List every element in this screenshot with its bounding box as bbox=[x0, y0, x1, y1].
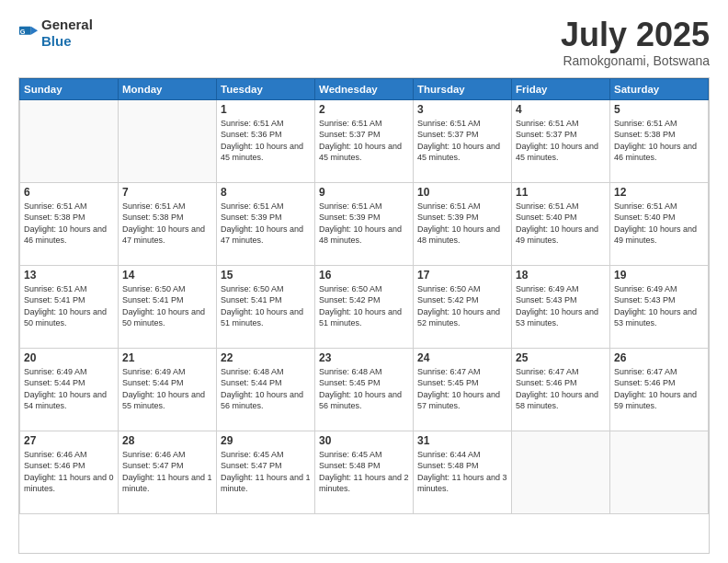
day-info: Sunrise: 6:51 AMSunset: 5:36 PMDaylight:… bbox=[221, 118, 311, 164]
table-row: 9Sunrise: 6:51 AMSunset: 5:39 PMDaylight… bbox=[315, 182, 414, 265]
col-monday: Monday bbox=[119, 78, 217, 99]
day-number: 20 bbox=[24, 351, 114, 364]
table-row: 12Sunrise: 6:51 AMSunset: 5:40 PMDayligh… bbox=[610, 182, 709, 265]
table-row: 10Sunrise: 6:51 AMSunset: 5:39 PMDayligh… bbox=[414, 182, 512, 265]
day-number: 10 bbox=[417, 186, 507, 199]
col-saturday: Saturday bbox=[610, 78, 709, 99]
table-row: 17Sunrise: 6:50 AMSunset: 5:42 PMDayligh… bbox=[414, 265, 512, 348]
logo-blue: Blue bbox=[41, 33, 72, 49]
table-row: 19Sunrise: 6:49 AMSunset: 5:43 PMDayligh… bbox=[610, 265, 709, 348]
day-info: Sunrise: 6:47 AMSunset: 5:46 PMDaylight:… bbox=[614, 366, 704, 412]
day-info: Sunrise: 6:47 AMSunset: 5:45 PMDaylight:… bbox=[417, 366, 507, 412]
table-row: 24Sunrise: 6:47 AMSunset: 5:45 PMDayligh… bbox=[414, 348, 512, 431]
svg-marker-1 bbox=[31, 27, 38, 35]
table-row: 3Sunrise: 6:51 AMSunset: 5:37 PMDaylight… bbox=[414, 99, 512, 182]
day-info: Sunrise: 6:49 AMSunset: 5:44 PMDaylight:… bbox=[24, 366, 114, 412]
day-info: Sunrise: 6:45 AMSunset: 5:48 PMDaylight:… bbox=[319, 449, 409, 495]
day-info: Sunrise: 6:47 AMSunset: 5:46 PMDaylight:… bbox=[516, 366, 606, 412]
day-info: Sunrise: 6:50 AMSunset: 5:42 PMDaylight:… bbox=[319, 283, 409, 329]
day-number: 19 bbox=[614, 269, 704, 282]
day-number: 14 bbox=[122, 269, 212, 282]
day-number: 17 bbox=[417, 269, 507, 282]
table-row: 23Sunrise: 6:48 AMSunset: 5:45 PMDayligh… bbox=[315, 348, 414, 431]
day-info: Sunrise: 6:49 AMSunset: 5:44 PMDaylight:… bbox=[122, 366, 212, 412]
day-number: 13 bbox=[24, 269, 114, 282]
day-info: Sunrise: 6:51 AMSunset: 5:39 PMDaylight:… bbox=[319, 201, 409, 247]
table-row bbox=[512, 431, 610, 513]
col-sunday: Sunday bbox=[20, 78, 119, 99]
table-row: 25Sunrise: 6:47 AMSunset: 5:46 PMDayligh… bbox=[512, 348, 610, 431]
table-row: 11Sunrise: 6:51 AMSunset: 5:40 PMDayligh… bbox=[512, 182, 610, 265]
logo: G General Blue bbox=[18, 17, 93, 50]
col-friday: Friday bbox=[512, 78, 610, 99]
day-number: 15 bbox=[221, 269, 311, 282]
day-number: 8 bbox=[221, 186, 311, 199]
day-info: Sunrise: 6:51 AMSunset: 5:37 PMDaylight:… bbox=[319, 118, 409, 164]
day-number: 21 bbox=[122, 351, 212, 364]
table-row: 15Sunrise: 6:50 AMSunset: 5:41 PMDayligh… bbox=[217, 265, 315, 348]
title-area: July 2025 Ramokgonami, Botswana bbox=[561, 17, 710, 68]
day-number: 3 bbox=[417, 103, 507, 116]
day-number: 9 bbox=[319, 186, 409, 199]
day-number: 31 bbox=[417, 434, 507, 447]
day-info: Sunrise: 6:51 AMSunset: 5:39 PMDaylight:… bbox=[417, 201, 507, 247]
day-number: 2 bbox=[319, 103, 409, 116]
table-row: 4Sunrise: 6:51 AMSunset: 5:37 PMDaylight… bbox=[512, 99, 610, 182]
table-row: 31Sunrise: 6:44 AMSunset: 5:48 PMDayligh… bbox=[414, 431, 512, 513]
table-row: 1Sunrise: 6:51 AMSunset: 5:36 PMDaylight… bbox=[217, 99, 315, 182]
svg-text:G: G bbox=[20, 28, 26, 36]
day-info: Sunrise: 6:48 AMSunset: 5:44 PMDaylight:… bbox=[221, 366, 311, 412]
day-info: Sunrise: 6:51 AMSunset: 5:40 PMDaylight:… bbox=[516, 201, 606, 247]
day-number: 23 bbox=[319, 351, 409, 364]
table-row: 18Sunrise: 6:49 AMSunset: 5:43 PMDayligh… bbox=[512, 265, 610, 348]
table-row: 5Sunrise: 6:51 AMSunset: 5:38 PMDaylight… bbox=[610, 99, 709, 182]
table-row: 7Sunrise: 6:51 AMSunset: 5:38 PMDaylight… bbox=[119, 182, 217, 265]
day-info: Sunrise: 6:49 AMSunset: 5:43 PMDaylight:… bbox=[614, 283, 704, 329]
day-number: 27 bbox=[24, 434, 114, 447]
day-number: 24 bbox=[417, 351, 507, 364]
day-info: Sunrise: 6:44 AMSunset: 5:48 PMDaylight:… bbox=[417, 449, 507, 495]
col-thursday: Thursday bbox=[414, 78, 512, 99]
day-number: 22 bbox=[221, 351, 311, 364]
day-info: Sunrise: 6:51 AMSunset: 5:38 PMDaylight:… bbox=[122, 201, 212, 247]
table-row: 8Sunrise: 6:51 AMSunset: 5:39 PMDaylight… bbox=[217, 182, 315, 265]
day-info: Sunrise: 6:51 AMSunset: 5:40 PMDaylight:… bbox=[614, 201, 704, 247]
month-title: July 2025 bbox=[561, 17, 710, 53]
page-header: G General Blue July 2025 Ramokgonami, Bo… bbox=[18, 17, 710, 68]
table-row: 22Sunrise: 6:48 AMSunset: 5:44 PMDayligh… bbox=[217, 348, 315, 431]
table-row: 2Sunrise: 6:51 AMSunset: 5:37 PMDaylight… bbox=[315, 99, 414, 182]
day-info: Sunrise: 6:51 AMSunset: 5:39 PMDaylight:… bbox=[221, 201, 311, 247]
day-info: Sunrise: 6:50 AMSunset: 5:41 PMDaylight:… bbox=[122, 283, 212, 329]
table-row: 21Sunrise: 6:49 AMSunset: 5:44 PMDayligh… bbox=[119, 348, 217, 431]
table-row: 27Sunrise: 6:46 AMSunset: 5:46 PMDayligh… bbox=[20, 431, 119, 513]
day-info: Sunrise: 6:50 AMSunset: 5:41 PMDaylight:… bbox=[221, 283, 311, 329]
table-row: 29Sunrise: 6:45 AMSunset: 5:47 PMDayligh… bbox=[217, 431, 315, 513]
day-info: Sunrise: 6:46 AMSunset: 5:46 PMDaylight:… bbox=[24, 449, 114, 495]
day-info: Sunrise: 6:51 AMSunset: 5:37 PMDaylight:… bbox=[516, 118, 606, 164]
day-info: Sunrise: 6:46 AMSunset: 5:47 PMDaylight:… bbox=[122, 449, 212, 495]
day-info: Sunrise: 6:51 AMSunset: 5:38 PMDaylight:… bbox=[614, 118, 704, 164]
table-row: 28Sunrise: 6:46 AMSunset: 5:47 PMDayligh… bbox=[119, 431, 217, 513]
day-number: 11 bbox=[516, 186, 606, 199]
day-number: 16 bbox=[319, 269, 409, 282]
day-number: 26 bbox=[614, 351, 704, 364]
day-number: 12 bbox=[614, 186, 704, 199]
day-number: 1 bbox=[221, 103, 311, 116]
col-wednesday: Wednesday bbox=[315, 78, 414, 99]
day-number: 6 bbox=[24, 186, 114, 199]
day-info: Sunrise: 6:51 AMSunset: 5:41 PMDaylight:… bbox=[24, 283, 114, 329]
table-row: 13Sunrise: 6:51 AMSunset: 5:41 PMDayligh… bbox=[20, 265, 119, 348]
table-row bbox=[610, 431, 709, 513]
day-info: Sunrise: 6:51 AMSunset: 5:37 PMDaylight:… bbox=[417, 118, 507, 164]
location: Ramokgonami, Botswana bbox=[561, 53, 710, 68]
day-number: 25 bbox=[516, 351, 606, 364]
logo-text: General Blue bbox=[41, 17, 93, 50]
day-number: 5 bbox=[614, 103, 704, 116]
calendar: Sunday Monday Tuesday Wednesday Thursday… bbox=[18, 77, 710, 554]
day-info: Sunrise: 6:49 AMSunset: 5:43 PMDaylight:… bbox=[516, 283, 606, 329]
day-number: 29 bbox=[221, 434, 311, 447]
day-number: 28 bbox=[122, 434, 212, 447]
day-info: Sunrise: 6:45 AMSunset: 5:47 PMDaylight:… bbox=[221, 449, 311, 495]
table-row bbox=[119, 99, 217, 182]
day-number: 18 bbox=[516, 269, 606, 282]
